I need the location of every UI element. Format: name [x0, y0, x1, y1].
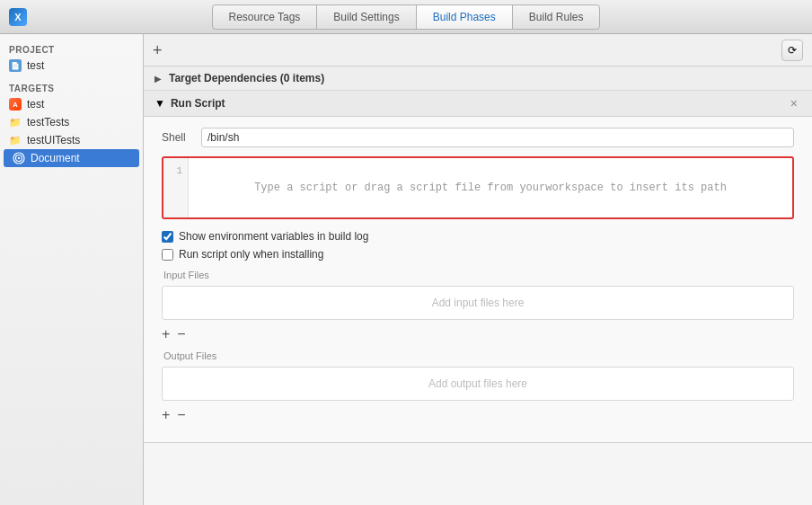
target-deps-title: Target Dependencies (0 items) — [169, 72, 324, 84]
folder-icon-testUITests: 📁 — [9, 134, 22, 146]
script-editor[interactable]: 1 Type a script or drag a script file fr… — [162, 156, 794, 219]
tab-build-phases[interactable]: Build Phases — [416, 4, 513, 30]
content-area: + ⟳ ▶ Target Dependencies (0 items) ▼ Ru… — [144, 34, 812, 505]
run-script-header-left: ▼ Run Script — [154, 97, 225, 110]
output-files-section: Output Files Add output files here + − — [162, 350, 794, 422]
checkbox-env-vars-label: Show environment variables in build log — [179, 230, 368, 243]
project-doc-icon: 📄 — [9, 59, 22, 72]
refresh-button[interactable]: ⟳ — [781, 40, 803, 61]
run-script-header[interactable]: ▼ Run Script × — [144, 91, 812, 117]
main-layout: PROJECT 📄 test TARGETS A test 📁 testTest… — [0, 34, 812, 505]
tab-resource-tags[interactable]: Resource Tags — [212, 4, 318, 30]
checkbox-install-only-label: Run script only when installing — [179, 248, 323, 261]
sidebar: PROJECT 📄 test TARGETS A test 📁 testTest… — [0, 34, 144, 505]
phase-list: ▶ Target Dependencies (0 items) ▼ Run Sc… — [144, 66, 812, 505]
target-dependencies-header[interactable]: ▶ Target Dependencies (0 items) — [144, 66, 812, 91]
sidebar-item-document[interactable]: Document — [4, 149, 139, 167]
tab-group: Resource Tags Build Settings Build Phase… — [212, 4, 601, 30]
app-icon: A — [9, 98, 22, 111]
tab-build-settings[interactable]: Build Settings — [316, 4, 416, 30]
run-script-title: Run Script — [171, 97, 225, 110]
script-body: Shell 1 Type a script or drag a script f… — [144, 117, 812, 442]
shell-label: Shell — [162, 131, 194, 144]
project-section-label: PROJECT — [0, 41, 143, 57]
sidebar-project-label: test — [27, 59, 44, 72]
checkbox-env-vars[interactable] — [162, 231, 173, 243]
svg-point-2 — [18, 157, 20, 159]
run-script-close-button[interactable]: × — [787, 96, 801, 111]
input-files-section: Input Files Add input files here + − — [162, 270, 794, 341]
sidebar-label-testTests: testTests — [27, 116, 69, 128]
input-files-controls: + − — [162, 327, 794, 341]
xcode-icon: X — [9, 8, 27, 26]
top-bar: X Resource Tags Build Settings Build Pha… — [0, 0, 812, 34]
script-placeholder-text: Type a script or drag a script file from… — [189, 158, 792, 217]
input-files-add-button[interactable]: + — [162, 327, 170, 341]
run-script-section: ▼ Run Script × Shell 1 — [144, 91, 812, 443]
sidebar-label-test: test — [27, 98, 44, 111]
sidebar-item-project-test[interactable]: 📄 test — [0, 57, 143, 75]
tab-build-rules[interactable]: Build Rules — [512, 4, 601, 30]
target-deps-arrow: ▶ — [154, 74, 163, 84]
sidebar-item-test[interactable]: A test — [0, 95, 143, 113]
shell-row: Shell — [162, 128, 794, 147]
output-files-placeholder: Add output files here — [428, 377, 527, 390]
output-files-remove-button[interactable]: − — [177, 408, 185, 422]
checkbox-env-vars-row: Show environment variables in build log — [162, 230, 794, 243]
folder-icon-testTests: 📁 — [9, 116, 22, 128]
add-phase-button[interactable]: + — [153, 42, 163, 58]
sidebar-label-document: Document — [31, 152, 80, 164]
sidebar-label-testUITests: testUITests — [27, 134, 80, 146]
checkbox-install-only-row: Run script only when installing — [162, 248, 794, 261]
input-files-label: Input Files — [162, 270, 794, 280]
run-script-arrow: ▼ — [154, 97, 165, 110]
sidebar-item-testUITests[interactable]: 📁 testUITests — [0, 131, 143, 149]
output-files-drop-area[interactable]: Add output files here — [162, 367, 794, 401]
input-files-placeholder: Add input files here — [432, 297, 525, 309]
targets-section-label: TARGETS — [0, 80, 143, 95]
script-line-numbers: 1 — [163, 158, 189, 217]
target-icon-document — [13, 152, 25, 164]
input-files-remove-button[interactable]: − — [177, 327, 185, 341]
output-files-controls: + − — [162, 408, 794, 422]
top-bar-left: X — [9, 8, 27, 26]
output-files-add-button[interactable]: + — [162, 408, 170, 422]
content-toolbar: + ⟳ — [144, 34, 812, 66]
output-files-label: Output Files — [162, 350, 794, 361]
sidebar-item-testTests[interactable]: 📁 testTests — [0, 113, 143, 131]
shell-input[interactable] — [201, 128, 794, 147]
checkbox-install-only[interactable] — [162, 249, 173, 261]
input-files-drop-area[interactable]: Add input files here — [162, 286, 794, 320]
